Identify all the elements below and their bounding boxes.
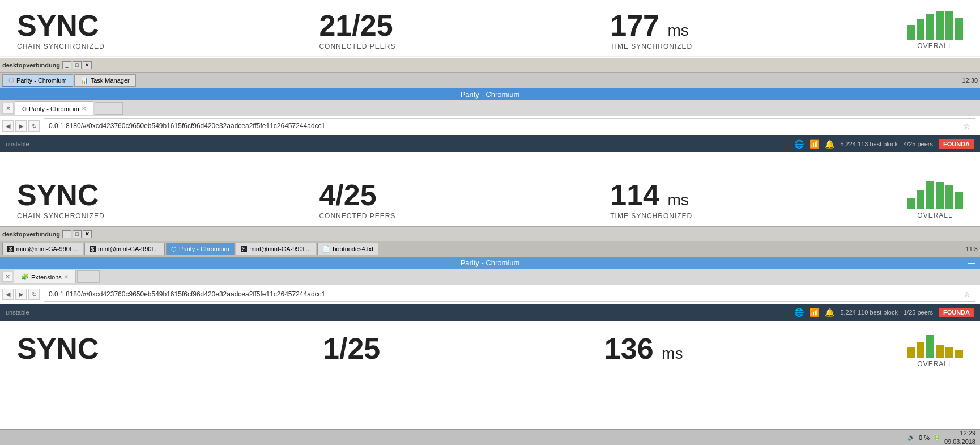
best-block-mid: 5,224,110 best block <box>840 309 898 316</box>
sync-status-bot: SYNC <box>17 334 99 363</box>
bar-chart-mid <box>907 181 963 209</box>
peers-label-mid: CONNECTED PEERS <box>319 212 395 220</box>
tab-parity-top[interactable]: ⬡ Parity - Chromium <box>2 74 73 87</box>
tab-terminal1-mid[interactable]: $ mint@mint-GA-990F... <box>2 243 83 255</box>
time-label-top: TIME SYNCHRONIZED <box>610 43 692 50</box>
tab-terminal2-mid[interactable]: $ mint@mint-GA-990F... <box>84 243 165 255</box>
tab-taskmanager-top[interactable]: 📊 Task Manager <box>74 74 136 87</box>
back-btn-top[interactable]: ◀ <box>2 120 14 132</box>
bar-2 <box>917 19 924 40</box>
new-tab-btn-top[interactable]: ✕ <box>2 103 14 114</box>
extensions-tab-close[interactable]: ✕ <box>64 274 69 280</box>
bootnodes-icon: 📄 <box>322 245 330 253</box>
time-top: 12:30 <box>962 77 978 84</box>
peers-status-top: 4/25 peers <box>904 141 933 147</box>
url-bar-area-mid: ◀ ▶ ↻ 0.0.1:8180/#/0xcd423760c9650eb549b… <box>0 285 980 304</box>
time-sync-mid: 114 ms TIME SYNCHRONIZED <box>610 180 692 220</box>
tab-extensions-mid[interactable]: 🧩 Extensions ✕ <box>14 270 76 283</box>
bar-chart-top <box>907 11 963 40</box>
minimize-btn-mid[interactable]: _ <box>62 230 71 238</box>
overall-mid: OVERALL <box>907 181 963 219</box>
overall-bot: OVERALL <box>907 329 963 368</box>
refresh-btn-mid[interactable]: ↻ <box>28 289 40 300</box>
bot-bar-2 <box>917 342 924 358</box>
minimize-browser-mid[interactable]: — <box>968 258 975 267</box>
terminal2-icon: $ <box>90 246 96 252</box>
sync-label-top: SYNC <box>17 11 99 40</box>
volume-level: 0 % <box>919 434 930 441</box>
mid-window-controls[interactable]: _ □ ✕ <box>62 230 92 238</box>
battery-icon: 🔋 <box>933 434 941 441</box>
extensions-icon: 🧩 <box>21 273 29 281</box>
close-tab-mid[interactable]: ✕ <box>2 272 12 282</box>
status-left-top: unstable <box>6 141 29 147</box>
forward-btn-top[interactable]: ▶ <box>15 120 27 132</box>
peers-mid: 4/25 CONNECTED PEERS <box>319 180 395 220</box>
bell-icon-mid: 🔔 <box>825 308 834 317</box>
bookmark-icon-mid[interactable]: ☆ <box>964 290 970 299</box>
top-window-controls[interactable]: _ □ ✕ <box>62 61 92 69</box>
tab-icon-top: ⬡ <box>22 106 27 112</box>
forward-btn-mid[interactable]: ▶ <box>15 289 27 300</box>
top-taskbar: ⬡ Parity - Chromium 📊 Task Manager 12:30 <box>0 73 980 88</box>
parity-icon-mid: ⬡ <box>171 245 177 253</box>
sync-status-top: SYNC CHAIN SYNCHRONIZED <box>17 11 105 50</box>
bot-bar-5 <box>945 347 953 358</box>
browser-title-mid: Parity - Chromium — <box>0 257 980 269</box>
bar-1 <box>907 25 915 40</box>
globe-icon-top: 🌐 <box>794 139 804 149</box>
status-bar-mid: unstable 🌐 📶 🔔 5,224,110 best block 1/25… <box>0 304 980 321</box>
best-block-top: 5,224,113 best block <box>840 141 898 147</box>
globe-icon-mid: 🌐 <box>794 308 804 317</box>
bar-5 <box>945 11 953 40</box>
peers-status-mid: 1/25 peers <box>904 309 933 316</box>
overall-top: OVERALL <box>907 11 963 50</box>
back-btn-mid[interactable]: ◀ <box>2 289 14 300</box>
sync-label-bot: SYNC <box>17 334 99 363</box>
top-window-taskbar-label: desktopverbindung <box>2 62 60 69</box>
founda-badge-top: FOUNDA <box>939 139 974 149</box>
new-tab-area-top[interactable] <box>95 102 123 115</box>
minimize-btn-top[interactable]: _ <box>62 61 71 69</box>
bell-icon-top: 🔔 <box>825 139 834 149</box>
tab-parity-mid[interactable]: ⬡ Parity - Chromium <box>166 243 235 255</box>
url-input-mid[interactable]: 0.0.1:8180/#/0xcd423760c9650eb549b1615f6… <box>44 287 975 302</box>
close-btn-top[interactable]: ✕ <box>83 61 92 69</box>
mid-taskbar: $ mint@mint-GA-990F... $ mint@mint-GA-99… <box>0 241 980 257</box>
status-bar-top: unstable 🌐 📶 🔔 5,224,113 best block 4/25… <box>0 135 980 152</box>
close-btn-mid[interactable]: ✕ <box>83 230 92 238</box>
maximize-btn-top[interactable]: □ <box>73 61 82 69</box>
bot-bar-3 <box>926 335 934 358</box>
bot-bar-4 <box>936 345 944 358</box>
mid-bar-5 <box>945 185 953 209</box>
tab-terminal3-mid[interactable]: $ mint@mint-GA-990F... <box>236 243 317 255</box>
refresh-btn-top[interactable]: ↻ <box>28 120 40 132</box>
status-right-mid: 🌐 📶 🔔 5,224,110 best block 1/25 peers FO… <box>794 308 974 317</box>
tab-bar-mid: ✕ 🧩 Extensions ✕ <box>0 269 980 285</box>
overall-label-mid: OVERALL <box>917 211 952 219</box>
bar-3 <box>926 14 934 40</box>
new-tab-area-mid[interactable] <box>77 270 100 283</box>
top-window-chrome: desktopverbindung _ □ ✕ <box>0 57 980 73</box>
founda-badge-mid: FOUNDA <box>939 308 974 317</box>
tab-close-top[interactable]: ✕ <box>82 105 86 112</box>
mid-bar-4 <box>936 182 944 209</box>
signal-icon-mid: 📶 <box>809 308 819 317</box>
mid-dashboard: SYNC CHAIN SYNCHRONIZED 4/25 CONNECTED P… <box>0 169 980 226</box>
mid-bar-3 <box>926 181 934 209</box>
time-sync-bot: 136 ms <box>604 334 683 363</box>
bar-chart-bot <box>907 329 963 358</box>
mid-window-chrome: desktopverbindung _ □ ✕ <box>0 226 980 241</box>
browser-tab-top[interactable]: ⬡ Parity - Chromium ✕ <box>15 101 93 115</box>
bookmark-icon-top[interactable]: ☆ <box>964 122 970 130</box>
bot-dashboard: SYNC 1/25 136 ms OVERALL <box>0 321 980 372</box>
tab-bootnodes-mid[interactable]: 📄 bootnodes4.txt <box>317 243 378 255</box>
maximize-btn-mid[interactable]: □ <box>73 230 82 238</box>
url-bar-area-top: ◀ ▶ ↻ 0.0.1:8180/#/0xcd423760c9650eb549b… <box>0 116 980 135</box>
bot-bar-6 <box>955 350 963 358</box>
parity-icon-top: ⬡ <box>8 77 14 84</box>
overall-label-bot: OVERALL <box>917 360 952 368</box>
blank-area-1 <box>0 152 980 169</box>
peers-label-top: CONNECTED PEERS <box>319 43 395 50</box>
url-input-top[interactable]: 0.0.1:8180/#/0xcd423760c9650eb549b1615f6… <box>44 118 975 133</box>
